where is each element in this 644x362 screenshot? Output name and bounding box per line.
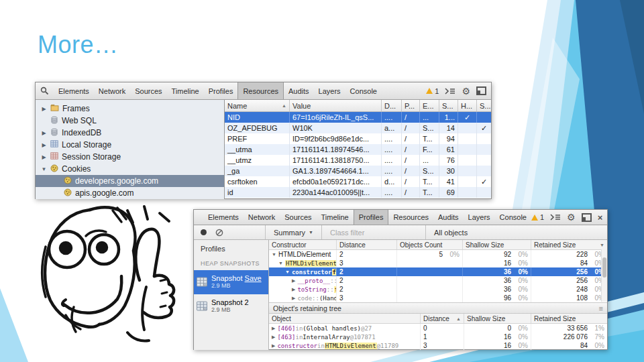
cookie-row[interactable]: NID67=I1o6jRileZh-IL_qsS......./...1...✓ [225, 112, 491, 123]
heap-row[interactable]: ▶code :: (HandleA3960%1080% [269, 294, 607, 302]
record-icon[interactable] [201, 229, 207, 235]
tab-resources[interactable]: Resources [237, 82, 284, 99]
cookie-name: __utma [225, 144, 289, 155]
sidebar-item-frames[interactable]: ▶Frames [36, 103, 224, 115]
col-distance[interactable]: Distance▲ [420, 314, 464, 323]
disclosure-arrow-icon[interactable]: ▶ [41, 154, 47, 160]
retaining-row[interactable]: ▶[466] in (Global handles) @27000%33 656… [269, 324, 607, 333]
snapshot-item[interactable]: %Snapshot 2 2.9 MB [194, 294, 268, 318]
close-icon[interactable]: × [598, 213, 603, 222]
sidebar-item-apis-google-com[interactable]: apis.google.com [36, 187, 224, 199]
retaining-row[interactable]: ▶constructor in HTMLDivElement @11789316… [269, 341, 607, 350]
tab-elements[interactable]: Elements [54, 82, 94, 99]
disclosure-arrow-icon[interactable]: ▼ [272, 252, 276, 257]
cookie-row[interactable]: __utmz171161141.13818750......./...76 [225, 155, 491, 166]
tab-audits[interactable]: Audits [433, 210, 464, 225]
col-object[interactable]: Object [269, 314, 420, 323]
col-objects-count[interactable]: Objects Count [396, 240, 462, 249]
cookie-row[interactable]: PREFID=9f2b6bc9d86e1dc......./T...94 [225, 133, 491, 144]
cookie-row[interactable]: __utma171161141.18974546......./F...61 [225, 144, 491, 155]
tab-layers[interactable]: Layers [314, 82, 345, 99]
col-header-value[interactable]: Value [289, 100, 381, 111]
sidebar-item-cookies[interactable]: ▼Cookies [36, 163, 224, 175]
settings-gear-icon[interactable]: ⚙ [567, 213, 576, 222]
heap-row[interactable]: ▶__proto__ :: fun2360%2560% [269, 276, 607, 285]
warning-badge[interactable]: 1 [531, 213, 544, 221]
tab-network[interactable]: Network [244, 210, 280, 225]
scrollbar-thumb[interactable] [602, 257, 606, 278]
class-filter-input[interactable]: Class filter [322, 229, 425, 237]
disclosure-arrow-icon[interactable]: ▶ [292, 296, 295, 301]
heap-row[interactable]: ▼constructor fun2360%2560% [269, 267, 607, 276]
disclosure-arrow-icon[interactable]: ▼ [278, 261, 283, 265]
disclosure-arrow-icon[interactable]: ▶ [41, 130, 47, 136]
disclosure-arrow-icon[interactable]: ▶ [41, 142, 47, 148]
token: :: [330, 278, 336, 284]
object-scope-label[interactable]: All objects [426, 229, 476, 237]
disclosure-arrow-icon[interactable]: ▼ [41, 166, 47, 172]
warning-icon [531, 215, 538, 221]
tab-profiles[interactable]: Profiles [354, 210, 389, 225]
menu-icon[interactable]: ≡ [599, 304, 603, 312]
warning-badge[interactable]: 1 [426, 87, 439, 95]
console-drawer-icon[interactable] [445, 88, 455, 95]
sidebar-item-developers-google-com[interactable]: developers.google.com [36, 175, 224, 187]
tab-layers[interactable]: Layers [464, 210, 495, 225]
disclosure-arrow-icon[interactable]: ▶ [292, 287, 295, 292]
disclosure-arrow-icon[interactable]: ▶ [272, 326, 275, 331]
heap-row[interactable]: ▼HTMLDivElement250%920%2280% [269, 250, 607, 259]
tab-profiles[interactable]: Profiles [204, 82, 238, 99]
col-retained-size[interactable]: Retained Size▼ [531, 240, 607, 249]
disclosure-arrow-icon[interactable]: ▶ [272, 335, 275, 340]
cookie-row[interactable]: _gaGA1.3.1897454664.1......./S...30 [225, 166, 491, 176]
disclosure-arrow-icon[interactable]: ▶ [272, 343, 275, 349]
cookie-row[interactable]: id2230a144ac010095||t......./T...69 [225, 187, 491, 198]
col-header-secure[interactable]: S... [476, 100, 491, 111]
save-link[interactable]: Save [245, 275, 262, 282]
col-shallow-size[interactable]: Shallow Size [462, 240, 531, 249]
summary-dropdown[interactable]: Summary ▼ [266, 229, 321, 237]
col-header-size[interactable]: S... [439, 100, 458, 111]
col-header-http[interactable]: H... [458, 100, 476, 111]
search-icon[interactable] [40, 86, 49, 95]
col-constructor[interactable]: Constructor [269, 240, 336, 249]
col-header-domain[interactable]: D... [381, 100, 401, 111]
sidebar-item-web-sql[interactable]: Web SQL [36, 115, 224, 127]
col-header-name[interactable]: Name▲ [225, 100, 289, 111]
col-retained-size[interactable]: Retained Size [531, 314, 607, 323]
cookie-row[interactable]: OZ_AFDEBUGW10Ka.../S...14✓ [225, 123, 491, 133]
tab-console[interactable]: Console [495, 210, 531, 225]
disclosure-arrow-icon[interactable]: ▶ [292, 278, 295, 284]
cookie-row[interactable]: csrftokenefcbd0a1e0592171dc...d.../T...4… [225, 176, 491, 187]
tab-sources[interactable]: Sources [280, 210, 316, 225]
tab-timeline[interactable]: Timeline [317, 210, 354, 225]
clear-icon[interactable] [215, 229, 223, 237]
dock-side-icon[interactable] [582, 213, 592, 222]
heap-row[interactable]: ▶toString :: func2360%2480% [269, 285, 607, 294]
scrollbar[interactable] [601, 249, 607, 302]
sidebar-item-indexeddb[interactable]: ▶IndexedDB [36, 127, 224, 139]
dock-side-icon[interactable] [476, 86, 486, 95]
cookie-secure-flag: ✓ [476, 176, 491, 187]
tab-resources[interactable]: Resources [388, 210, 433, 225]
col-header-path[interactable]: P... [401, 100, 419, 111]
heap-row[interactable]: ▼HTMLDivElement @11783160%840% [269, 259, 607, 267]
tab-timeline[interactable]: Timeline [167, 82, 204, 99]
tab-console[interactable]: Console [345, 82, 382, 99]
tab-audits[interactable]: Audits [284, 82, 314, 99]
disclosure-arrow-icon[interactable]: ▶ [41, 106, 47, 112]
settings-gear-icon[interactable]: ⚙ [462, 86, 470, 96]
col-shallow-size[interactable]: Shallow Size [464, 314, 531, 323]
sidebar-item-session-storage[interactable]: ▶Session Storage [36, 151, 224, 163]
tab-sources[interactable]: Sources [130, 82, 166, 99]
disclosure-arrow-icon[interactable]: ▼ [285, 269, 290, 274]
col-header-expires[interactable]: E... [419, 100, 439, 111]
col-distance[interactable]: Distance [336, 240, 396, 249]
tab-elements[interactable]: Elements [203, 210, 244, 225]
retaining-row[interactable]: ▶[463] in InternalArray @1078711160%226 … [269, 333, 607, 341]
tab-network[interactable]: Network [94, 82, 130, 99]
console-drawer-icon[interactable] [550, 214, 561, 221]
objects-count [396, 276, 462, 285]
snapshot-item[interactable]: %Snapshot Save2.9 MB [194, 270, 268, 294]
sidebar-item-local-storage[interactable]: ▶Local Storage [36, 139, 224, 151]
